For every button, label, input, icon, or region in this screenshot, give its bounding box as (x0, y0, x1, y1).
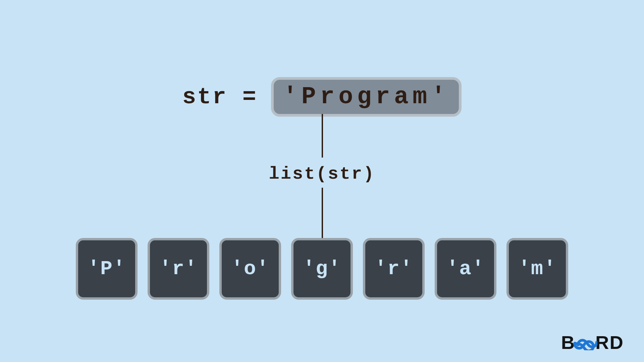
char-cell: 'a' (435, 238, 496, 300)
brand-logo: B RD (561, 331, 624, 353)
char-cell: 'o' (219, 238, 281, 300)
char-cell: 'P' (76, 238, 138, 300)
diagram-stage: str = 'Program' list(str) 'P' 'r' 'o' 'g… (0, 0, 644, 362)
string-literal-box: 'Program' (271, 77, 462, 117)
char-cell: 'r' (148, 238, 209, 300)
char-cell: 'g' (291, 238, 353, 300)
brand-letters-rd: RD (595, 331, 624, 353)
char-cell: 'm' (506, 238, 568, 300)
char-cell: 'r' (363, 238, 425, 300)
connector-line-top (322, 114, 323, 158)
infinity-icon (573, 333, 597, 355)
declaration-row: str = 'Program' (0, 77, 644, 117)
function-call-label: list(str) (0, 164, 644, 184)
character-list-row: 'P' 'r' 'o' 'g' 'r' 'a' 'm' (0, 238, 644, 300)
variable-declaration: str = (182, 84, 258, 110)
connector-line-bottom (322, 188, 323, 238)
